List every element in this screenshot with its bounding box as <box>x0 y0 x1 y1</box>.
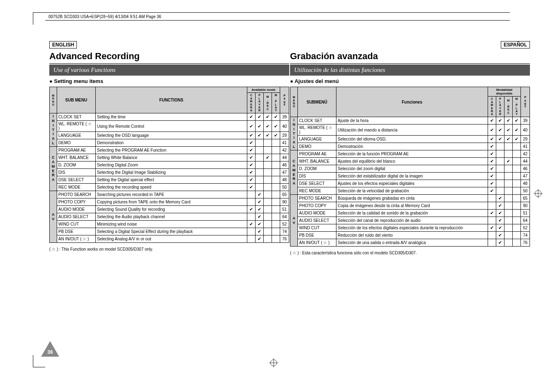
check-icon <box>258 221 261 226</box>
cell-submenu: AUDIO MODE <box>298 210 336 217</box>
cell-page: 41 <box>280 139 289 147</box>
cell-mode <box>272 147 280 154</box>
cell-mode <box>504 125 512 136</box>
cell-mode <box>488 158 496 165</box>
cell-submenu: REC MODE <box>57 184 96 191</box>
check-icon <box>490 166 494 171</box>
cell-mode <box>272 198 280 206</box>
table-row: WIND CUTMinimizing wind noise52 <box>50 221 289 228</box>
registration-mark-icon <box>534 189 543 198</box>
cell-function: Selección de una salida o entrada A/V an… <box>336 239 488 247</box>
cell-function: Minimizing wind noise <box>96 221 247 228</box>
cell-mode <box>488 165 496 173</box>
cell-submenu: D. ZOOM <box>57 161 96 169</box>
cell-submenu: PB DSE <box>298 232 336 239</box>
cell-page: 76 <box>521 239 530 247</box>
cell-mode <box>488 173 496 180</box>
cell-mode <box>488 136 496 143</box>
cell-mode <box>263 235 272 243</box>
cell-mode <box>504 187 512 195</box>
cell-mode <box>272 169 280 176</box>
check-icon <box>258 192 261 197</box>
th-mode-mplay: M . PLAY <box>272 93 280 113</box>
registration-mark-icon <box>269 358 278 367</box>
cell-function: Selecting the Digital Image Stabilizing <box>96 169 247 176</box>
th-page-left: Page <box>280 87 289 113</box>
check-icon <box>498 203 502 208</box>
table-row: INITIALCLOCK SETSetting the time39 <box>50 113 289 121</box>
cell-function: Búsqueda de imágenes grabadas en cinta <box>336 195 488 202</box>
check-icon <box>498 218 502 223</box>
check-icon <box>258 229 261 234</box>
cell-mode <box>255 161 263 169</box>
th-mode-player-r: PLAYER <box>496 97 504 117</box>
cell-mode <box>512 202 520 210</box>
cell-mode <box>512 158 520 165</box>
cell-function: Demonstration <box>96 139 247 147</box>
table-row: AUDIO SELECTSelecting the Audio playback… <box>50 213 289 221</box>
cell-mode <box>255 221 263 228</box>
cell-mode <box>272 132 280 139</box>
cell-mode <box>512 165 520 173</box>
cell-submenu: AN IN/OUT ( ☆ ) <box>298 239 336 247</box>
cell-function: Selecting the Audio playback channel <box>96 213 247 221</box>
column-english: ENGLISH Advanced Recording Use of variou… <box>49 41 289 255</box>
cell-submenu: PHOTO COPY <box>57 198 96 206</box>
cell-page: 65 <box>521 195 530 202</box>
menu-group-letter: INITIAL <box>50 113 57 147</box>
cell-mode <box>272 206 280 213</box>
menu-group-letter: AV <box>290 195 298 247</box>
cell-mode <box>512 150 520 158</box>
setting-title-left: Setting menu items <box>49 76 289 87</box>
table-row: DISSelección del estabilizador digital d… <box>290 173 530 180</box>
cell-mode <box>504 165 512 173</box>
cell-mode <box>247 121 255 132</box>
cell-mode <box>272 121 280 132</box>
cell-mode <box>272 176 280 184</box>
cell-mode <box>247 184 255 191</box>
cell-mode <box>504 150 512 158</box>
cell-mode <box>263 161 272 169</box>
cell-mode <box>247 235 255 243</box>
check-icon <box>515 118 518 123</box>
cell-mode <box>247 169 255 176</box>
table-row: WL. REMOTE ( ☆ )Utilización del mando a … <box>290 125 530 136</box>
page-number: 36 <box>41 349 59 355</box>
cell-mode <box>272 191 280 198</box>
cell-mode <box>512 187 520 195</box>
cell-mode <box>488 239 496 247</box>
cell-function: Using the Remote Control <box>96 121 247 132</box>
check-icon <box>490 151 494 156</box>
table-row: LANGUAGESelección del idioma OSD.29 <box>290 136 530 143</box>
cell-submenu: DEMO <box>298 143 336 150</box>
cell-mode <box>488 224 496 232</box>
cell-submenu: PHOTO SEARCH <box>298 195 336 202</box>
cell-mode <box>247 206 255 213</box>
cell-mode <box>488 210 496 217</box>
cell-function: Setting the Digital special effect <box>96 176 247 184</box>
page-container: 00752B SCD303 USA+ESP(28~59) 4/13/04 9:5… <box>0 0 555 392</box>
check-icon <box>274 133 278 138</box>
cell-mode <box>488 117 496 125</box>
cell-mode <box>488 202 496 210</box>
cell-mode <box>272 161 280 169</box>
cell-function: Utilización del mando a distancia <box>336 125 488 136</box>
check-icon <box>490 159 494 164</box>
cell-mode <box>255 206 263 213</box>
cell-mode <box>247 198 255 206</box>
table-row: PHOTO COPYCopia de imágenes desde la cin… <box>290 202 530 210</box>
cell-function: Demostración <box>336 143 488 150</box>
cell-function: Selección de la función PROGRAM AE <box>336 150 488 158</box>
cell-mode <box>255 176 263 184</box>
th-page-right: Page <box>521 87 530 117</box>
cell-mode <box>496 143 504 150</box>
cell-mode <box>488 125 496 136</box>
check-icon <box>249 221 253 226</box>
check-icon <box>498 118 502 123</box>
cell-mode <box>512 136 520 143</box>
cell-mode <box>512 239 520 247</box>
menu-table-right: MENÚ SUBMENÚ Funciones Modalidad disponi… <box>290 87 530 247</box>
cell-mode <box>496 202 504 210</box>
cell-mode <box>488 187 496 195</box>
cell-mode <box>255 198 263 206</box>
